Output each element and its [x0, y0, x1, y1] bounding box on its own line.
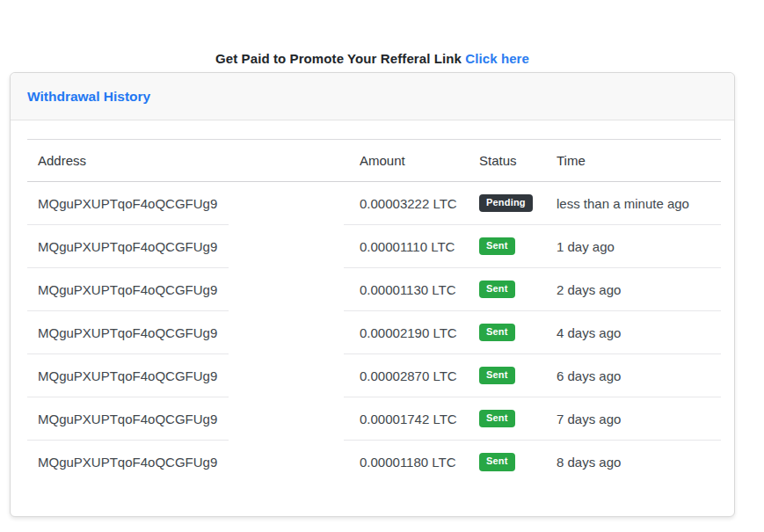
- row-spacer: [229, 225, 344, 268]
- amount-cell: 0.00001742 LTC: [344, 397, 476, 441]
- header-time: Time: [553, 153, 721, 168]
- panel-title: Withdrawal History: [27, 89, 150, 105]
- amount-cell: 0.00002870 LTC: [344, 354, 476, 397]
- time-cell: 7 days ago: [553, 397, 721, 441]
- status-cell: Sent: [476, 397, 553, 441]
- row-spacer: [229, 354, 344, 397]
- status-cell: Sent: [476, 354, 553, 397]
- address-cell: MQguPXUPTqoF4oQCGFUg9: [27, 354, 229, 397]
- time-cell: 4 days ago: [553, 311, 721, 354]
- status-badge: Sent: [479, 367, 515, 384]
- table-header-row: Address Amount Status Time: [27, 139, 721, 182]
- header-status: Status: [476, 153, 553, 168]
- row-spacer: [229, 441, 344, 484]
- status-badge: Sent: [479, 410, 515, 427]
- status-cell: Sent: [476, 441, 553, 484]
- table-row: MQguPXUPTqoF4oQCGFUg9 0.00001742 LTC Sen…: [27, 397, 721, 441]
- panel-body: Address Amount Status Time MQguPXUPTqoF4…: [11, 120, 734, 484]
- withdrawal-table: Address Amount Status Time MQguPXUPTqoF4…: [27, 139, 721, 484]
- referral-promo: Get Paid to Promote Your Refferal Link C…: [10, 51, 735, 66]
- withdrawal-history-panel: Withdrawal History Address Amount Status…: [10, 72, 735, 517]
- status-badge: Sent: [479, 281, 515, 298]
- amount-cell: 0.00001180 LTC: [344, 441, 476, 484]
- row-spacer: [229, 397, 344, 441]
- address-cell: MQguPXUPTqoF4oQCGFUg9: [27, 182, 229, 225]
- status-cell: Sent: [476, 225, 553, 268]
- click-here-link[interactable]: Click here: [465, 51, 529, 66]
- time-cell: 1 day ago: [553, 225, 721, 268]
- table-row: MQguPXUPTqoF4oQCGFUg9 0.00002870 LTC Sen…: [27, 354, 721, 397]
- amount-cell: 0.00001110 LTC: [344, 225, 476, 268]
- status-cell: Sent: [476, 268, 553, 311]
- status-cell: Pending: [476, 182, 553, 225]
- header-amount: Amount: [344, 153, 476, 168]
- amount-cell: 0.00003222 LTC: [344, 182, 476, 225]
- table-row: MQguPXUPTqoF4oQCGFUg9 0.00001130 LTC Sen…: [27, 268, 721, 311]
- time-cell: 2 days ago: [553, 268, 721, 311]
- table-row: MQguPXUPTqoF4oQCGFUg9 0.00001110 LTC Sen…: [27, 225, 721, 268]
- status-badge: Sent: [479, 324, 515, 341]
- address-cell: MQguPXUPTqoF4oQCGFUg9: [27, 441, 229, 484]
- row-spacer: [229, 311, 344, 354]
- row-spacer: [229, 268, 344, 311]
- status-badge: Pending: [479, 194, 533, 212]
- time-cell: 8 days ago: [553, 441, 721, 484]
- table-rows: MQguPXUPTqoF4oQCGFUg9 0.00003222 LTC Pen…: [27, 182, 721, 484]
- panel-header: Withdrawal History: [11, 73, 734, 120]
- table-row: MQguPXUPTqoF4oQCGFUg9 0.00003222 LTC Pen…: [27, 182, 721, 225]
- amount-cell: 0.00002190 LTC: [344, 311, 476, 354]
- status-cell: Sent: [476, 311, 553, 354]
- promo-text: Get Paid to Promote Your Refferal Link: [215, 51, 462, 66]
- row-spacer: [229, 182, 344, 225]
- time-cell: less than a minute ago: [553, 182, 721, 225]
- time-cell: 6 days ago: [553, 354, 721, 397]
- address-cell: MQguPXUPTqoF4oQCGFUg9: [27, 225, 229, 268]
- table-row: MQguPXUPTqoF4oQCGFUg9 0.00001180 LTC Sen…: [27, 441, 721, 484]
- address-cell: MQguPXUPTqoF4oQCGFUg9: [27, 311, 229, 354]
- status-badge: Sent: [479, 237, 515, 255]
- amount-cell: 0.00001130 LTC: [344, 268, 476, 311]
- address-cell: MQguPXUPTqoF4oQCGFUg9: [27, 268, 229, 311]
- table-row: MQguPXUPTqoF4oQCGFUg9 0.00002190 LTC Sen…: [27, 311, 721, 354]
- address-cell: MQguPXUPTqoF4oQCGFUg9: [27, 397, 229, 441]
- status-badge: Sent: [479, 453, 515, 470]
- header-address: Address: [27, 153, 229, 168]
